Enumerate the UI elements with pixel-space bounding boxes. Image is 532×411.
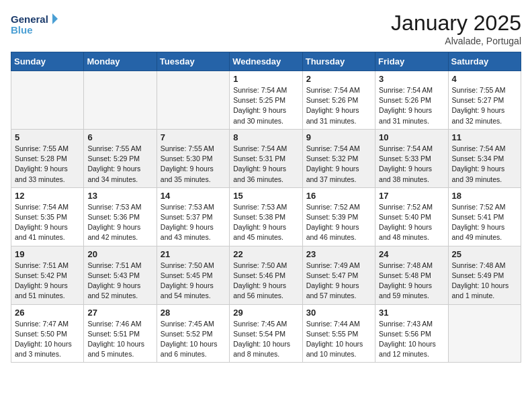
calendar-cell: 19Sunrise: 7:51 AM Sunset: 5:42 PM Dayli… bbox=[11, 246, 84, 304]
day-number: 6 bbox=[87, 132, 152, 142]
day-number: 14 bbox=[161, 191, 226, 201]
calendar-cell: 14Sunrise: 7:53 AM Sunset: 5:37 PM Dayli… bbox=[157, 187, 229, 246]
weekday-header-friday: Friday bbox=[375, 52, 448, 71]
day-info: Sunrise: 7:55 AM Sunset: 5:29 PM Dayligh… bbox=[87, 144, 152, 185]
day-number: 2 bbox=[306, 74, 371, 84]
day-info: Sunrise: 7:47 AM Sunset: 5:50 PM Dayligh… bbox=[15, 319, 80, 360]
day-info: Sunrise: 7:48 AM Sunset: 5:49 PM Dayligh… bbox=[452, 261, 517, 302]
day-number: 1 bbox=[233, 74, 298, 84]
page-header: General Blue January 2025 Alvalade, Port… bbox=[11, 11, 521, 46]
svg-marker-2 bbox=[52, 13, 58, 24]
calendar-week-row: 12Sunrise: 7:54 AM Sunset: 5:35 PM Dayli… bbox=[11, 187, 521, 246]
calendar-cell: 22Sunrise: 7:50 AM Sunset: 5:46 PM Dayli… bbox=[230, 246, 302, 304]
day-number: 30 bbox=[306, 308, 371, 318]
calendar-cell bbox=[448, 304, 521, 363]
day-number: 25 bbox=[452, 249, 517, 259]
logo-svg: General Blue bbox=[11, 11, 58, 40]
calendar-cell: 2Sunrise: 7:54 AM Sunset: 5:26 PM Daylig… bbox=[302, 71, 375, 130]
day-number: 15 bbox=[233, 191, 298, 201]
day-number: 28 bbox=[161, 308, 226, 318]
day-number: 3 bbox=[379, 74, 444, 84]
day-number: 19 bbox=[15, 249, 80, 259]
calendar-table: SundayMondayTuesdayWednesdayThursdayFrid… bbox=[11, 52, 521, 363]
calendar-cell: 6Sunrise: 7:55 AM Sunset: 5:29 PM Daylig… bbox=[84, 129, 157, 187]
calendar-cell: 27Sunrise: 7:46 AM Sunset: 5:51 PM Dayli… bbox=[84, 304, 157, 363]
weekday-header-monday: Monday bbox=[84, 52, 157, 71]
calendar-cell: 9Sunrise: 7:54 AM Sunset: 5:32 PM Daylig… bbox=[302, 129, 375, 187]
day-number: 27 bbox=[87, 308, 152, 318]
calendar-cell: 26Sunrise: 7:47 AM Sunset: 5:50 PM Dayli… bbox=[11, 304, 84, 363]
day-number: 8 bbox=[233, 132, 298, 142]
svg-text:General: General bbox=[11, 13, 48, 25]
weekday-header-saturday: Saturday bbox=[448, 52, 521, 71]
day-number: 12 bbox=[15, 191, 80, 201]
calendar-cell: 24Sunrise: 7:48 AM Sunset: 5:48 PM Dayli… bbox=[375, 246, 448, 304]
location: Alvalade, Portugal bbox=[391, 36, 521, 46]
day-info: Sunrise: 7:51 AM Sunset: 5:43 PM Dayligh… bbox=[87, 261, 152, 302]
day-info: Sunrise: 7:54 AM Sunset: 5:33 PM Dayligh… bbox=[379, 144, 444, 185]
calendar-cell: 10Sunrise: 7:54 AM Sunset: 5:33 PM Dayli… bbox=[375, 129, 448, 187]
day-number: 18 bbox=[452, 191, 517, 201]
day-info: Sunrise: 7:53 AM Sunset: 5:37 PM Dayligh… bbox=[161, 202, 226, 243]
day-number: 9 bbox=[306, 132, 371, 142]
title-block: January 2025 Alvalade, Portugal bbox=[391, 11, 521, 46]
calendar-cell: 25Sunrise: 7:48 AM Sunset: 5:49 PM Dayli… bbox=[448, 246, 521, 304]
day-info: Sunrise: 7:53 AM Sunset: 5:36 PM Dayligh… bbox=[87, 202, 152, 243]
day-number: 10 bbox=[379, 132, 444, 142]
day-number: 31 bbox=[379, 308, 444, 318]
calendar-cell: 29Sunrise: 7:45 AM Sunset: 5:54 PM Dayli… bbox=[230, 304, 302, 363]
day-number: 5 bbox=[15, 132, 80, 142]
calendar-cell: 13Sunrise: 7:53 AM Sunset: 5:36 PM Dayli… bbox=[84, 187, 157, 246]
day-info: Sunrise: 7:55 AM Sunset: 5:30 PM Dayligh… bbox=[161, 144, 226, 185]
day-info: Sunrise: 7:52 AM Sunset: 5:41 PM Dayligh… bbox=[452, 202, 517, 243]
calendar-cell: 7Sunrise: 7:55 AM Sunset: 5:30 PM Daylig… bbox=[157, 129, 229, 187]
day-info: Sunrise: 7:44 AM Sunset: 5:55 PM Dayligh… bbox=[306, 319, 371, 360]
calendar-cell bbox=[157, 71, 229, 130]
svg-text:Blue: Blue bbox=[11, 24, 33, 36]
calendar-cell: 8Sunrise: 7:54 AM Sunset: 5:31 PM Daylig… bbox=[230, 129, 302, 187]
calendar-cell: 31Sunrise: 7:43 AM Sunset: 5:56 PM Dayli… bbox=[375, 304, 448, 363]
day-info: Sunrise: 7:54 AM Sunset: 5:35 PM Dayligh… bbox=[15, 202, 80, 243]
day-info: Sunrise: 7:54 AM Sunset: 5:26 PM Dayligh… bbox=[306, 85, 371, 126]
weekday-header-sunday: Sunday bbox=[11, 52, 84, 71]
day-number: 4 bbox=[452, 74, 517, 84]
calendar-week-row: 26Sunrise: 7:47 AM Sunset: 5:50 PM Dayli… bbox=[11, 304, 521, 363]
calendar-cell bbox=[11, 71, 84, 130]
day-number: 7 bbox=[161, 132, 226, 142]
day-number: 11 bbox=[452, 132, 517, 142]
day-info: Sunrise: 7:49 AM Sunset: 5:47 PM Dayligh… bbox=[306, 261, 371, 302]
day-number: 16 bbox=[306, 191, 371, 201]
day-info: Sunrise: 7:54 AM Sunset: 5:25 PM Dayligh… bbox=[233, 85, 298, 126]
calendar-cell: 18Sunrise: 7:52 AM Sunset: 5:41 PM Dayli… bbox=[448, 187, 521, 246]
day-number: 23 bbox=[306, 249, 371, 259]
calendar-cell: 30Sunrise: 7:44 AM Sunset: 5:55 PM Dayli… bbox=[302, 304, 375, 363]
day-info: Sunrise: 7:46 AM Sunset: 5:51 PM Dayligh… bbox=[87, 319, 152, 360]
day-info: Sunrise: 7:48 AM Sunset: 5:48 PM Dayligh… bbox=[379, 261, 444, 302]
weekday-header-wednesday: Wednesday bbox=[230, 52, 302, 71]
calendar-cell: 15Sunrise: 7:53 AM Sunset: 5:38 PM Dayli… bbox=[230, 187, 302, 246]
day-number: 17 bbox=[379, 191, 444, 201]
day-info: Sunrise: 7:54 AM Sunset: 5:34 PM Dayligh… bbox=[452, 144, 517, 185]
day-number: 26 bbox=[15, 308, 80, 318]
calendar-cell: 21Sunrise: 7:50 AM Sunset: 5:45 PM Dayli… bbox=[157, 246, 229, 304]
day-info: Sunrise: 7:54 AM Sunset: 5:32 PM Dayligh… bbox=[306, 144, 371, 185]
day-info: Sunrise: 7:55 AM Sunset: 5:28 PM Dayligh… bbox=[15, 144, 80, 185]
day-info: Sunrise: 7:45 AM Sunset: 5:54 PM Dayligh… bbox=[233, 319, 298, 360]
day-info: Sunrise: 7:52 AM Sunset: 5:39 PM Dayligh… bbox=[306, 202, 371, 243]
day-info: Sunrise: 7:45 AM Sunset: 5:52 PM Dayligh… bbox=[161, 319, 226, 360]
day-info: Sunrise: 7:54 AM Sunset: 5:26 PM Dayligh… bbox=[379, 85, 444, 126]
weekday-header-tuesday: Tuesday bbox=[157, 52, 229, 71]
day-info: Sunrise: 7:50 AM Sunset: 5:45 PM Dayligh… bbox=[161, 261, 226, 302]
calendar-cell: 4Sunrise: 7:55 AM Sunset: 5:27 PM Daylig… bbox=[448, 71, 521, 130]
day-info: Sunrise: 7:43 AM Sunset: 5:56 PM Dayligh… bbox=[379, 319, 444, 360]
logo: General Blue bbox=[11, 11, 58, 40]
calendar-cell: 28Sunrise: 7:45 AM Sunset: 5:52 PM Dayli… bbox=[157, 304, 229, 363]
calendar-week-row: 19Sunrise: 7:51 AM Sunset: 5:42 PM Dayli… bbox=[11, 246, 521, 304]
day-info: Sunrise: 7:51 AM Sunset: 5:42 PM Dayligh… bbox=[15, 261, 80, 302]
month-title: January 2025 bbox=[391, 11, 521, 36]
calendar-week-row: 1Sunrise: 7:54 AM Sunset: 5:25 PM Daylig… bbox=[11, 71, 521, 130]
calendar-cell: 20Sunrise: 7:51 AM Sunset: 5:43 PM Dayli… bbox=[84, 246, 157, 304]
calendar-cell: 1Sunrise: 7:54 AM Sunset: 5:25 PM Daylig… bbox=[230, 71, 302, 130]
day-info: Sunrise: 7:55 AM Sunset: 5:27 PM Dayligh… bbox=[452, 85, 517, 126]
weekday-header-thursday: Thursday bbox=[302, 52, 375, 71]
